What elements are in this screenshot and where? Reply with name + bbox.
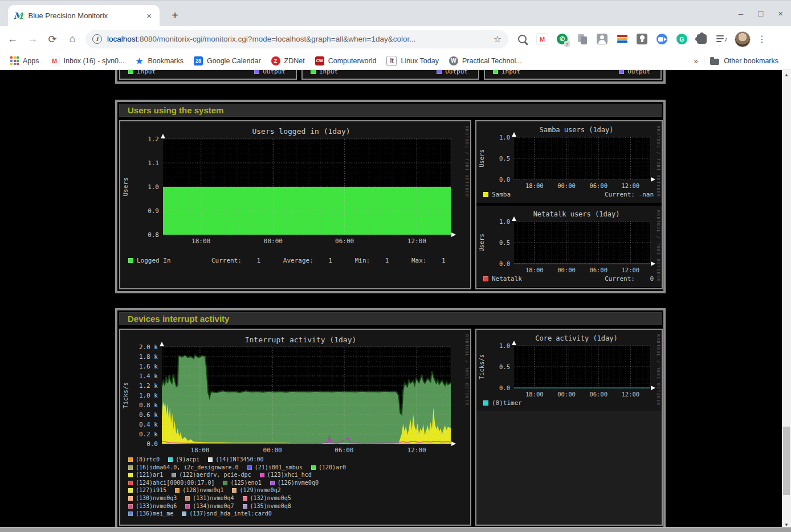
- legend-item: Input: [311, 70, 338, 75]
- svg-text:18:00: 18:00: [525, 267, 544, 273]
- svg-text:1.2: 1.2: [148, 136, 159, 143]
- url-host: localhost: [107, 35, 137, 43]
- svg-text:Users: Users: [478, 234, 485, 252]
- interrupt-activity-graph[interactable]: Interrupt activity (1day)2.0 k1.8 k1.6 k…: [120, 330, 470, 525]
- bookmark-google-calendar[interactable]: 28Google Calendar: [194, 56, 261, 66]
- graph-legend: Logged InCurrent: 1 Average: 1 Min: 1 Ma…: [128, 257, 171, 264]
- svg-text:1.0: 1.0: [499, 342, 510, 349]
- users-logged-in-graph[interactable]: Users logged in (1day)1.21.11.00.90.818:…: [120, 121, 470, 288]
- legend-item: (123)xhci_hcd: [260, 472, 312, 478]
- legend-item: (128)nvme0q1: [175, 487, 223, 493]
- graph-legend: NetatalkCurrent: 0: [483, 275, 654, 283]
- scrollbar-thumb[interactable]: [783, 427, 790, 495]
- bookmark-star-icon[interactable]: ☆: [494, 34, 501, 44]
- users-side-panel: Samba users (1day)1.00.50.018:0000:0006:…: [475, 120, 663, 289]
- address-bar[interactable]: i localhost:8080/monitorix-cgi/monitorix…: [85, 30, 508, 48]
- vertical-scrollbar[interactable]: ▲ ▼: [782, 70, 791, 529]
- svg-text:12:00: 12:00: [407, 447, 426, 454]
- legend-item: Output: [437, 70, 468, 75]
- svg-text:06:00: 06:00: [589, 182, 607, 189]
- svg-text:0.5: 0.5: [499, 155, 510, 162]
- books-extension-icon[interactable]: [616, 33, 628, 45]
- url-text[interactable]: localhost:8080/monitorix-cgi/monitorix.c…: [107, 35, 489, 43]
- svg-text:12:00: 12:00: [407, 238, 426, 245]
- svg-text:00:00: 00:00: [557, 182, 576, 189]
- legend-label: (0)timer: [483, 399, 522, 407]
- devices-section: Devices interrupt activity Interrupt act…: [115, 308, 666, 529]
- forward-button[interactable]: →: [25, 32, 40, 47]
- legend-item: (122)aerdrv, pcie-dpc: [172, 472, 251, 478]
- svg-text:06:00: 06:00: [335, 447, 353, 454]
- back-button[interactable]: ←: [5, 32, 20, 47]
- network-graph-truncated-2[interactable]: InputOutput: [301, 70, 479, 80]
- gmail-extension-icon[interactable]: M: [536, 33, 548, 45]
- legend-item: (137)snd_hda_intel:card0: [182, 510, 272, 517]
- cw-icon: CW: [315, 56, 324, 66]
- chrome-menu-icon[interactable]: ⋮: [757, 34, 766, 44]
- rrdtool-watermark: RRDTOOL / TOBI OETIKER: [656, 210, 660, 282]
- network-graph-truncated-3[interactable]: InputOutput: [484, 70, 662, 80]
- rrdtool-watermark: RRDTOOL / TOBI OETIKER: [464, 126, 469, 198]
- bookmark-label: Google Calendar: [207, 57, 261, 65]
- rrdtool-watermark: RRDTOOL / TOBI OETIKER: [656, 126, 660, 198]
- other-bookmarks-button[interactable]: Other bookmarks: [710, 57, 778, 65]
- svg-text:1.0: 1.0: [148, 183, 159, 191]
- legend-item: (129)nvme0q2: [232, 487, 280, 493]
- home-button[interactable]: ⌂: [65, 32, 80, 47]
- svg-text:00:00: 00:00: [557, 267, 576, 273]
- bookmark-zdnet[interactable]: ZZDNet: [271, 56, 305, 66]
- camera-extension-icon[interactable]: [656, 33, 668, 45]
- svg-text:0.8: 0.8: [148, 231, 159, 239]
- extensions-row: M✆?G♪: [516, 33, 728, 45]
- profile-avatar[interactable]: [735, 31, 751, 47]
- page-info-icon[interactable]: i: [92, 34, 102, 44]
- copy-extension-icon[interactable]: [576, 33, 588, 45]
- core-activity-graph[interactable]: Core activity (1day)1.00.50.018:0000:000…: [476, 330, 662, 411]
- netatalk-users-graph[interactable]: Netatalk users (1day)1.00.50.018:0000:00…: [476, 206, 662, 287]
- bookmark-apps[interactable]: Apps: [10, 56, 39, 65]
- samba-users-graph[interactable]: Samba users (1day)1.00.50.018:0000:0006:…: [476, 121, 662, 203]
- grammarly-extension-icon[interactable]: G: [676, 33, 688, 45]
- search-extension-icon[interactable]: [516, 33, 528, 45]
- reload-button[interactable]: ⟳: [45, 32, 60, 47]
- svg-text:18:00: 18:00: [191, 238, 210, 245]
- bookmark-computerworld[interactable]: CWComputerworld: [315, 56, 377, 66]
- bookmark-inbox-16-sjvn0-[interactable]: MInbox (16) - sjvn0...: [50, 56, 125, 66]
- legend-item: (8)rtc0: [128, 456, 160, 463]
- devices-side-panel: Core activity (1day)1.00.50.018:0000:000…: [475, 329, 663, 526]
- phone-extension-icon[interactable]: ✆?: [556, 33, 568, 45]
- minimize-button[interactable]: –: [739, 9, 743, 18]
- bookmark-label: Linux Today: [401, 57, 439, 65]
- svg-text:18:00: 18:00: [190, 447, 209, 454]
- bookmark-bookmarks[interactable]: ★Bookmarks: [135, 56, 184, 66]
- svg-text:06:00: 06:00: [589, 391, 607, 398]
- person-extension-icon[interactable]: [596, 33, 608, 45]
- legend-item: (133)nvme0q6: [128, 503, 177, 509]
- legend-item: Output: [619, 70, 650, 75]
- svg-text:1.4 k: 1.4 k: [139, 373, 158, 380]
- svg-text:12:00: 12:00: [622, 391, 640, 398]
- network-graph-truncated-1[interactable]: InputOutput: [119, 70, 297, 80]
- apps-grid-icon: [10, 56, 19, 65]
- svg-text:1.0: 1.0: [499, 134, 510, 141]
- users-graph-panel: Users logged in (1day)1.21.11.00.90.818:…: [119, 120, 471, 289]
- playlist-extension-icon[interactable]: ♪: [716, 33, 728, 45]
- wp-icon: W: [449, 56, 458, 66]
- new-tab-button[interactable]: +: [167, 7, 183, 23]
- scroll-up-icon[interactable]: ▲: [782, 70, 791, 79]
- bookmark-practical-technol-[interactable]: WPractical Technol...: [449, 56, 522, 66]
- maximize-button[interactable]: □: [758, 9, 763, 18]
- tab-close-icon[interactable]: ×: [144, 11, 154, 21]
- puzzle-extension-icon[interactable]: [696, 33, 708, 45]
- rrdtool-watermark: RRDTOOL / TOBI OETIKER: [464, 334, 469, 406]
- bookmark-label: Apps: [23, 57, 39, 65]
- svg-text:00:00: 00:00: [557, 391, 576, 398]
- lamp-extension-icon[interactable]: [636, 33, 648, 45]
- legend-label: Netatalk: [483, 275, 522, 283]
- close-button[interactable]: ×: [778, 9, 783, 18]
- browser-tab[interactable]: M Blue Precision Monitorix ×: [8, 5, 160, 26]
- bookmarks-overflow-chevron[interactable]: »: [694, 56, 698, 66]
- legend-label: Logged In: [137, 257, 171, 264]
- legend-item: (132)nvme0q5: [243, 495, 291, 501]
- bookmark-linux-today[interactable]: ltLinux Today: [386, 56, 439, 66]
